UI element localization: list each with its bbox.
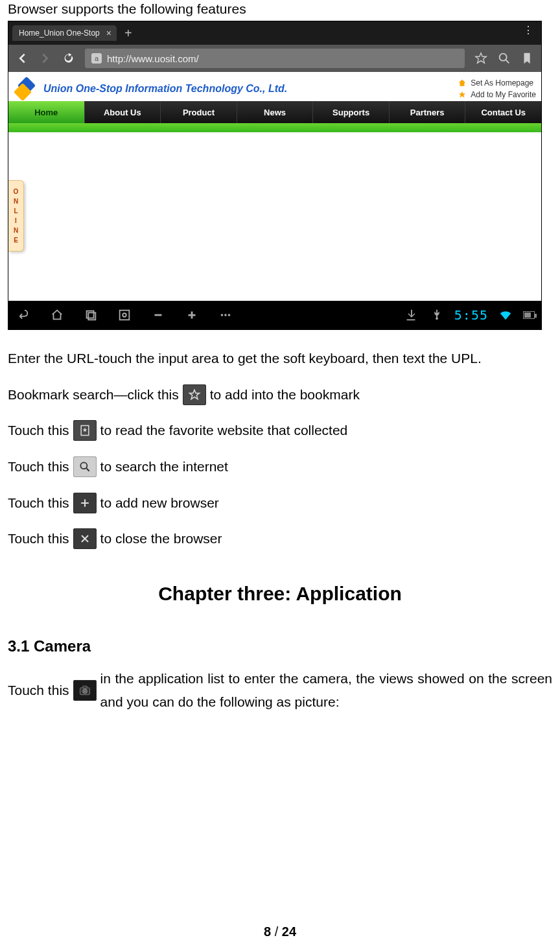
para-search: Touch this to search the internet	[8, 455, 552, 478]
svg-rect-2	[88, 312, 95, 320]
nav-underline	[8, 123, 541, 132]
svg-point-5	[221, 314, 224, 316]
nav-back-icon[interactable]	[15, 307, 32, 323]
svg-rect-1	[87, 311, 94, 318]
para-enter-url: Enter the URL-touch the input area to ge…	[8, 347, 552, 370]
site-nav: Home About Us Product News Supports Part…	[8, 101, 541, 123]
page-current: 8	[264, 924, 271, 939]
intro-line: Browser supports the following features	[8, 1, 552, 17]
online-side-tab[interactable]: O N L I N E	[8, 180, 24, 252]
status-download-icon	[402, 307, 419, 323]
svg-rect-11	[82, 686, 87, 688]
add-favorite-link[interactable]: Add to My Favorite	[458, 89, 536, 100]
browser-tab-active[interactable]: Home_Union One-Stop ×	[12, 25, 117, 41]
search-icon	[73, 456, 97, 477]
close-icon[interactable]: ×	[106, 28, 111, 38]
new-tab-icon[interactable]: +	[124, 27, 132, 40]
nav-item-news[interactable]: News	[237, 101, 314, 123]
nav-item-partners[interactable]: Partners	[390, 101, 466, 123]
star-icon	[458, 90, 467, 99]
android-system-bar: 5:55	[8, 301, 541, 329]
chapter-title: Chapter three: Application	[8, 583, 552, 605]
kebab-menu-icon[interactable]: ⋮	[523, 24, 535, 36]
site-head-links: Set As Homepage Add to My Favorite	[458, 77, 536, 100]
site-body: O N L I N E	[8, 132, 541, 301]
star-outline-icon	[183, 384, 206, 405]
section-3-1-title: 3.1 Camera	[8, 637, 552, 655]
para-camera: Touch this in the application list to en…	[8, 667, 552, 713]
bookmark-star-icon	[73, 420, 97, 441]
url-text: http://www.uosit.com/	[107, 53, 199, 64]
nav-screenshot-icon[interactable]	[116, 307, 133, 323]
nav-home-icon[interactable]	[49, 307, 65, 323]
site-header: Union One-Stop Information Technology Co…	[8, 72, 541, 101]
para-favorite: Touch this to read the favorite website …	[8, 419, 552, 442]
browser-tab-strip: Home_Union One-Stop × + ⋮	[8, 21, 541, 45]
status-usb-icon	[428, 307, 445, 323]
nav-item-contact[interactable]: Contact Us	[465, 101, 541, 123]
close-icon	[73, 528, 97, 549]
nav-item-home[interactable]: Home	[8, 101, 85, 123]
tab-title: Home_Union One-Stop	[19, 29, 100, 38]
nav-recents-icon[interactable]	[82, 307, 99, 323]
back-icon[interactable]	[15, 51, 29, 65]
forward-icon[interactable]	[38, 51, 52, 65]
nav-item-product[interactable]: Product	[161, 101, 237, 123]
status-battery-icon	[523, 311, 535, 319]
status-wifi-icon	[497, 307, 514, 323]
star-outline-icon[interactable]	[474, 51, 488, 65]
bookmarks-icon[interactable]	[520, 51, 535, 65]
search-icon[interactable]	[497, 51, 511, 65]
status-clock: 5:55	[454, 307, 488, 323]
svg-point-4	[122, 313, 126, 317]
home-icon	[458, 78, 467, 88]
browser-toolbar: a http://www.uosit.com/	[8, 45, 541, 72]
site-brand-name: Union One-Stop Information Technology Co…	[43, 83, 287, 95]
site-brand[interactable]: Union One-Stop Information Technology Co…	[14, 76, 287, 101]
nav-voldown-icon[interactable]	[150, 307, 167, 323]
url-input[interactable]: a http://www.uosit.com/	[85, 49, 465, 68]
svg-point-13	[84, 690, 86, 692]
page-footer: 8 / 24	[0, 924, 560, 939]
camera-icon	[73, 680, 97, 701]
svg-point-0	[500, 54, 507, 61]
svg-point-7	[228, 314, 231, 316]
document-page: Browser supports the following features …	[0, 0, 560, 951]
site-badge-icon: a	[91, 53, 102, 64]
plus-icon	[73, 493, 97, 513]
site-logo-icon	[14, 76, 38, 101]
svg-point-9	[80, 462, 87, 469]
nav-volup-icon[interactable]	[183, 307, 200, 323]
set-homepage-link[interactable]: Set As Homepage	[458, 77, 536, 89]
nav-item-about[interactable]: About Us	[85, 101, 161, 123]
page-total: 24	[282, 924, 296, 939]
nav-item-supports[interactable]: Supports	[313, 101, 390, 123]
para-bookmark: Bookmark search—click this to add into t…	[8, 383, 552, 406]
para-add: Touch this to add new browser	[8, 491, 552, 515]
nav-extra-icon[interactable]	[217, 307, 234, 323]
para-close: Touch this to close the browser	[8, 527, 552, 550]
browser-screenshot: Home_Union One-Stop × + ⋮ a http:/	[8, 21, 542, 330]
svg-point-6	[224, 314, 227, 316]
svg-rect-3	[120, 311, 130, 320]
reload-icon[interactable]	[62, 51, 76, 65]
